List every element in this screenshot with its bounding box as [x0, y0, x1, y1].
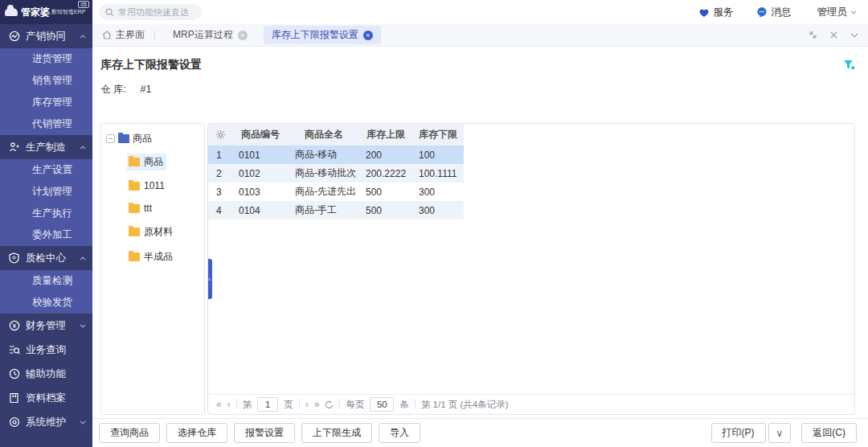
sidebar-item-zhixing[interactable]: 生产执行 — [0, 203, 92, 224]
import-button[interactable]: 导入 — [379, 423, 420, 443]
tree-splitter-handle[interactable]: ‹ — [207, 259, 212, 299]
column-settings-gear-icon[interactable] — [208, 124, 232, 146]
last-page-button[interactable]: » — [314, 399, 320, 410]
sidebar-group-label: 财务管理 — [26, 319, 66, 333]
sidebar-item-shengchan-shezhi[interactable]: 生产设置 — [0, 159, 92, 181]
sidebar-submenu: 生产设置 计划管理 生产执行 委外加工 — [0, 159, 92, 246]
warehouse-row: 仓 库: #1 — [100, 83, 855, 96]
tab-close-icon[interactable]: × — [238, 31, 248, 40]
sidebar-group-zhijian[interactable]: 质检中心 — [0, 246, 92, 270]
chevron-down-icon — [80, 420, 86, 424]
page-size-input[interactable] — [370, 397, 394, 412]
search-list-icon — [8, 344, 20, 356]
tab-label: MRP运算过程 — [173, 28, 233, 42]
pagination-summary: 第 1/1 页 (共4条记录) — [421, 399, 509, 411]
quick-search-input[interactable]: 常用功能快速直达 — [99, 4, 202, 20]
col-header-upper[interactable]: 库存上限 — [359, 124, 412, 146]
cell-lower: 100.1111 — [412, 164, 464, 182]
col-header-code[interactable]: 商品编号 — [232, 124, 289, 146]
sidebar-item-weiwai[interactable]: 委外加工 — [0, 224, 92, 246]
sidebar-group-caiwu[interactable]: 财务管理 — [0, 314, 92, 338]
sidebar-submenu: 质量检测 校验发货 — [0, 270, 92, 314]
sidebar-group-shengchan[interactable]: 生产制造 — [0, 135, 92, 159]
tree-item-shangpin[interactable]: 商品 — [127, 154, 166, 170]
sidebar-group-label: 质检中心 — [26, 252, 66, 265]
filter-funnel-icon[interactable] — [843, 59, 855, 71]
sidebar-item-jinhuo[interactable]: 进货管理 — [0, 48, 92, 70]
chat-bubble-icon — [756, 6, 768, 18]
pager-divider — [299, 400, 300, 409]
sidebar-group-yewu-chaxun[interactable]: 业务查询 — [0, 338, 92, 362]
tab-list-chevron-icon[interactable] — [850, 33, 858, 38]
sidebar-item-jiaoyan[interactable]: 校验发货 — [0, 292, 92, 314]
sidebar-group-chanxiao[interactable]: 产销协同 — [0, 24, 92, 48]
first-page-button[interactable]: « — [216, 399, 222, 410]
tree-item-yuancailiao[interactable]: 原材料 — [127, 224, 176, 240]
table-row[interactable]: 3 0103 商品-先进先出 500 300 — [208, 182, 464, 201]
sidebar-group-xitong[interactable]: 系统维护 — [0, 410, 92, 434]
sidebar-group-label: 产销协同 — [26, 30, 66, 43]
sidebar-item-zhiliang[interactable]: 质量检测 — [0, 270, 92, 292]
back-button[interactable]: 返回(C) — [801, 423, 857, 443]
cell-name: 商品-移动批次 — [289, 164, 359, 182]
col-header-name[interactable]: 商品全名 — [289, 124, 359, 146]
page-title: 库存上下限报警设置 — [100, 58, 202, 72]
folder-icon — [129, 182, 140, 191]
sidebar-item-daixiao[interactable]: 代销管理 — [0, 113, 92, 135]
table-row[interactable]: 4 0104 商品-手工 500 300 — [208, 201, 464, 219]
user-menu[interactable]: 管理员 — [817, 6, 858, 19]
select-warehouse-button[interactable]: 选择仓库 — [166, 423, 227, 443]
prev-page-button[interactable]: ‹ — [227, 399, 231, 410]
tab-mrp[interactable]: MRP运算过程 × — [165, 26, 256, 44]
sidebar-group-ziliao[interactable]: 资料档案 — [0, 386, 92, 410]
sidebar-group-label: 生产制造 — [26, 141, 66, 154]
sidebar-item-xiaoshou[interactable]: 销售管理 — [0, 70, 92, 92]
row-number: 2 — [208, 164, 232, 182]
cell-code: 0102 — [232, 164, 289, 182]
service-button[interactable]: 服务 — [698, 6, 734, 19]
print-dropdown-button[interactable]: ∨ — [768, 423, 792, 443]
archive-bookmark-icon — [8, 392, 20, 404]
table-row[interactable]: 2 0102 商品-移动批次 200.2222 100.1111 — [208, 164, 464, 182]
col-header-lower[interactable]: 库存下限 — [412, 124, 464, 146]
tree-item-1011[interactable]: 1011 — [127, 178, 168, 193]
tab-close-icon[interactable]: × — [363, 31, 373, 40]
message-button[interactable]: 消息 — [756, 6, 792, 19]
chevron-down-icon — [850, 10, 857, 14]
sidebar-item-jihua[interactable]: 计划管理 — [0, 181, 92, 203]
tab-home[interactable]: 主界面 — [102, 28, 145, 42]
app-window: 管家婆 辉煌智造ERP 05 产销协同 进货管理 销售管理 库存管理 代销管理 — [0, 0, 868, 447]
next-page-button[interactable]: › — [305, 399, 309, 410]
page-content: 库存上下限报警设置 仓 库: #1 − 商品 — [92, 47, 868, 418]
table-row[interactable]: 1 0101 商品-移动 200 100 — [208, 146, 464, 164]
page-number-input[interactable] — [257, 397, 278, 412]
sidebar-group-fuzhu[interactable]: 辅助功能 — [0, 362, 92, 386]
sidebar-group-label: 资料档案 — [26, 392, 66, 405]
panels: − 商品 商品 1011 ttt — [100, 123, 855, 415]
folder-icon — [118, 134, 129, 143]
tree-item-ttt[interactable]: ttt — [127, 201, 155, 215]
alert-settings-button[interactable]: 报警设置 — [234, 423, 295, 443]
service-label: 服务 — [714, 6, 734, 19]
cell-upper: 500 — [359, 201, 412, 219]
refresh-icon[interactable] — [325, 400, 334, 409]
chevron-up-icon — [80, 35, 86, 39]
heart-icon — [698, 7, 710, 18]
content-header: 库存上下限报警设置 — [100, 47, 855, 72]
print-button[interactable]: 打印(P) — [711, 423, 766, 443]
cell-upper: 200 — [359, 146, 412, 164]
per-page-label-pre: 每页 — [346, 399, 364, 411]
tree-root-node[interactable]: − 商品 — [106, 132, 199, 146]
pager-divider — [236, 400, 237, 409]
collapse-tabs-icon[interactable] — [809, 31, 817, 39]
tab-stock-limit-active[interactable]: 库存上下限报警设置 × — [264, 26, 381, 44]
close-all-tabs-icon[interactable] — [830, 31, 837, 39]
tree-collapse-icon[interactable]: − — [106, 134, 115, 143]
query-goods-button[interactable]: 查询商品 — [99, 423, 160, 443]
generate-limits-button[interactable]: 上下限生成 — [301, 423, 372, 443]
tab-separator — [154, 31, 155, 40]
tree-item-banchengpin[interactable]: 半成品 — [127, 248, 176, 265]
sidebar-item-kucun[interactable]: 库存管理 — [0, 92, 92, 113]
pager-divider — [339, 400, 340, 409]
tree-item-label: ttt — [144, 203, 152, 214]
